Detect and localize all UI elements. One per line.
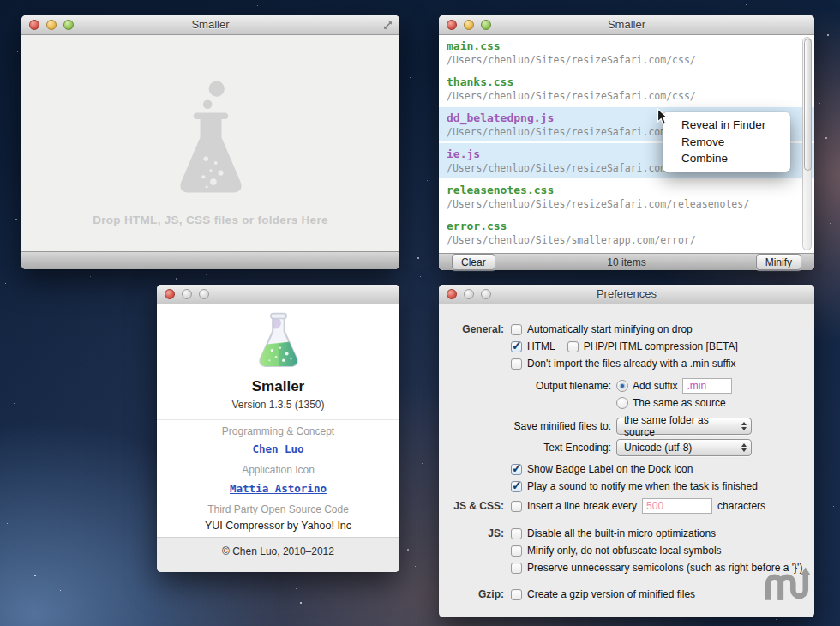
list-window-footer: 10 items Clear Minify — [439, 253, 814, 270]
window-title: Smaller — [21, 15, 399, 34]
badge-label: Show Badge Label on the Dock icon — [527, 463, 693, 475]
flask-icon — [170, 78, 252, 207]
popup-arrows-icon — [741, 443, 747, 452]
file-path: /Users/chenluo/Sites/resizeSafari.com/cs… — [447, 90, 814, 103]
dont-import-label: Don't import the files already with a .m… — [527, 358, 736, 370]
minify-only-label: Minify only, do not obfuscate local symb… — [527, 545, 722, 557]
add-suffix-radio[interactable] — [616, 380, 628, 392]
file-row[interactable]: error.css /Users/chenluo/Sites/smallerap… — [439, 215, 814, 251]
preserve-semicolons-label: Preserve unnecessary semicolons (such as… — [527, 562, 802, 574]
zoom-button[interactable] — [199, 289, 209, 299]
line-break-checkbox[interactable] — [511, 501, 522, 512]
desktop: Smaller — [0, 0, 840, 626]
line-break-input[interactable]: 500 — [642, 498, 712, 514]
macupdate-logo-icon — [764, 566, 813, 600]
gzip-label: Gzip: — [439, 588, 504, 600]
dont-import-checkbox[interactable] — [511, 358, 522, 370]
js-label: JS: — [439, 527, 504, 539]
about-window: Smaller Version 1.3.5 (1350) Programming… — [157, 285, 399, 572]
html-label: HTML — [527, 340, 555, 352]
encoding-label: Text Encoding: — [439, 442, 611, 454]
php-label: PHP/PHTML compression [BETA] — [584, 340, 738, 352]
drop-hint: Drop HTML, JS, CSS files or folders Here — [93, 214, 328, 226]
sound-label: Play a sound to notify me when the task … — [527, 480, 758, 492]
file-name: thanks.css — [447, 75, 814, 90]
minimize-button[interactable] — [182, 289, 192, 299]
php-checkbox[interactable] — [567, 341, 579, 352]
file-row[interactable]: main.css /Users/chenluo/Sites/resizeSafa… — [439, 35, 814, 71]
credit-heading: Programming & Concept — [157, 425, 399, 437]
prefs-window-titlebar[interactable]: Preferences — [439, 285, 814, 304]
window-title: Preferences — [439, 285, 814, 304]
save-to-select[interactable]: the same folder as source — [616, 418, 752, 435]
clear-button[interactable]: Clear — [452, 254, 495, 270]
mouse-cursor — [657, 108, 669, 126]
file-name: error.css — [447, 219, 814, 234]
fullscreen-icon[interactable] — [382, 20, 393, 31]
scrollbar-thumb[interactable] — [804, 39, 812, 171]
file-path: /Users/chenluo/Sites/smallerapp.com/erro… — [447, 234, 814, 247]
file-list-window: Smaller main.css /Users/chenluo/Sites/re… — [439, 15, 814, 270]
about-window-titlebar[interactable] — [157, 285, 399, 304]
file-path: /Users/chenluo/Sites/resizeSafari.com/cs… — [447, 54, 814, 67]
gzip-checkbox[interactable] — [511, 589, 522, 600]
list-window-titlebar[interactable]: Smaller — [439, 15, 814, 35]
starfield-bright — [0, 0, 2, 2]
app-version: Version 1.3.5 (1350) — [157, 399, 399, 411]
file-row[interactable]: releasenotes.css /Users/chenluo/Sites/re… — [439, 179, 814, 215]
file-path: /Users/chenluo/Sites/resizeSafari.com/re… — [447, 198, 814, 211]
disable-micro-checkbox[interactable] — [511, 528, 522, 539]
jscss-label: JS & CSS: — [439, 500, 504, 512]
app-name: Smaller — [157, 378, 399, 395]
credit-text: YUI Compressor by Yahoo! Inc — [157, 520, 399, 532]
add-suffix-label: Add suffix — [633, 380, 677, 392]
file-row[interactable]: thanks.css /Users/chenluo/Sites/resizeSa… — [439, 71, 814, 107]
save-to-label: Save minified files to: — [439, 420, 611, 432]
credit-heading: Third Party Open Source Code — [157, 503, 399, 515]
file-name: main.css — [447, 39, 814, 54]
preferences-window: Preferences General: Automatically start… — [439, 285, 814, 617]
characters-label: characters — [717, 500, 765, 512]
auto-start-checkbox[interactable] — [511, 324, 522, 335]
encoding-select[interactable]: Unicode (utf-8) — [616, 439, 752, 456]
context-menu-item[interactable]: Combine — [663, 150, 790, 167]
minify-button[interactable]: Minify — [756, 254, 801, 270]
window-title: Smaller — [439, 15, 814, 34]
line-break-label: Insert a line break every — [527, 500, 637, 512]
drop-window-footer — [21, 251, 399, 269]
same-as-source-radio[interactable] — [616, 397, 628, 409]
credit-link-chen-luo[interactable]: Chen Luo — [252, 442, 303, 455]
preserve-semicolons-checkbox[interactable] — [511, 563, 522, 574]
about-footer: © Chen Luo, 2010–2012 — [157, 537, 399, 572]
drop-window: Smaller — [21, 15, 399, 269]
drop-zone[interactable]: Drop HTML, JS, CSS files or folders Here — [21, 35, 399, 252]
context-menu: Reveal in Finder Remove Combine — [663, 112, 790, 172]
auto-start-label: Automatically start minifying on drop — [527, 323, 693, 335]
context-menu-item[interactable]: Remove — [663, 134, 790, 151]
general-label: General: — [439, 323, 504, 335]
output-filename-label: Output filename: — [439, 380, 611, 392]
copyright: © Chen Luo, 2010–2012 — [157, 545, 399, 557]
close-button[interactable] — [165, 289, 175, 299]
divider — [157, 419, 399, 420]
minify-only-checkbox[interactable] — [511, 545, 522, 557]
gzip-checkbox-label: Create a gzip version of minified files — [527, 588, 695, 600]
app-icon — [157, 310, 399, 376]
drop-window-titlebar[interactable]: Smaller — [21, 15, 399, 35]
same-as-source-label: The same as source — [633, 397, 726, 409]
suffix-input[interactable]: .min — [682, 378, 732, 394]
html-checkbox[interactable] — [511, 341, 522, 352]
popup-arrows-icon — [741, 422, 747, 430]
credit-heading: Application Icon — [157, 464, 399, 476]
file-name: releasenotes.css — [447, 183, 814, 198]
scrollbar[interactable] — [802, 37, 812, 250]
credit-link-mattia-astorino[interactable]: Mattia Astorino — [230, 482, 327, 495]
context-menu-item[interactable]: Reveal in Finder — [663, 117, 790, 134]
disable-micro-label: Disable all the built-in micro optimizat… — [527, 527, 716, 539]
sound-checkbox[interactable] — [511, 481, 522, 492]
badge-checkbox[interactable] — [511, 464, 522, 475]
